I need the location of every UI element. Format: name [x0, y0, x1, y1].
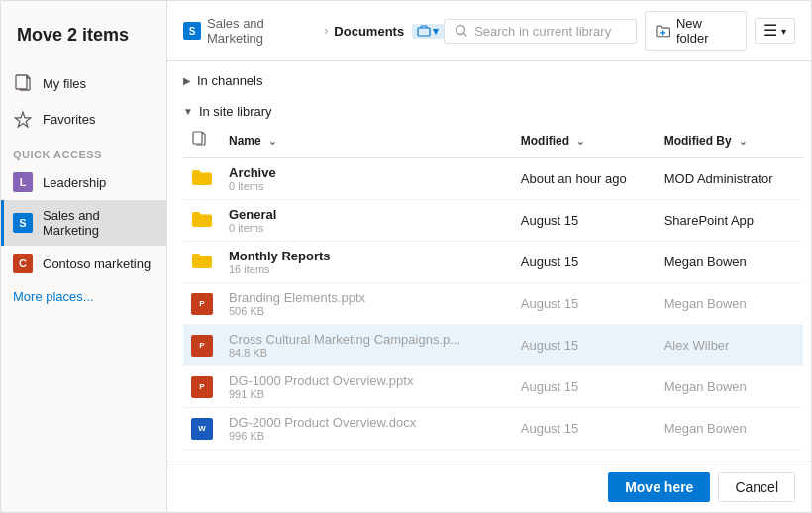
- sidebar-item-my-files[interactable]: My files: [1, 65, 166, 101]
- leadership-icon: L: [13, 172, 33, 192]
- row-icon-cell: P: [183, 366, 221, 408]
- hamburger-icon: ☰: [763, 23, 777, 39]
- row-modified-cell: About an hour ago: [513, 158, 657, 200]
- star-icon: [13, 109, 33, 129]
- row-name-cell: Cross Cultural Marketing Campaigns.p...8…: [221, 325, 513, 366]
- file-name-text: General: [229, 207, 505, 222]
- docx-icon: W: [191, 418, 213, 440]
- row-modified-by-cell: Megan Bowen: [657, 408, 803, 450]
- file-name-text: DG-1000 Product Overview.pptx: [229, 373, 505, 388]
- library-chevron: [183, 106, 193, 117]
- channels-chevron: [183, 75, 191, 86]
- row-icon-cell: [183, 242, 221, 283]
- svg-rect-3: [193, 132, 202, 144]
- sidebar-item-leadership[interactable]: L Leadership: [1, 164, 166, 200]
- in-channels-toggle[interactable]: In channels: [175, 69, 811, 92]
- file-meta-text: 506 KB: [229, 305, 505, 317]
- row-modified-by-cell: Megan Bowen: [657, 242, 803, 283]
- breadcrumb-site[interactable]: S Sales and Marketing: [183, 16, 318, 46]
- more-places-link[interactable]: More places...: [1, 281, 166, 312]
- pptx-icon: P: [191, 376, 213, 398]
- move-here-button[interactable]: Move here: [608, 472, 710, 502]
- table-row[interactable]: PCross Cultural Marketing Campaigns.p...…: [183, 325, 803, 366]
- col-name-header[interactable]: Name ⌄: [221, 123, 513, 158]
- library-icon: [417, 25, 431, 37]
- row-modified-cell: August 15: [513, 283, 657, 325]
- table-row[interactable]: General0 itemsAugust 15SharePoint App: [183, 200, 803, 242]
- search-placeholder: Search in current library: [474, 24, 611, 39]
- file-col-icon: [191, 131, 207, 147]
- file-name-text: Monthly Reports: [229, 249, 505, 263]
- move-dialog: Move 2 items My files Favorites Quick ac…: [0, 0, 812, 513]
- breadcrumb: S Sales and Marketing › Documents ▾: [183, 16, 444, 46]
- table-row[interactable]: PDG-1000 Product Overview.pptx991 KBAugu…: [183, 366, 803, 408]
- row-icon-cell: W: [183, 408, 221, 450]
- main-content: S Sales and Marketing › Documents ▾: [167, 1, 811, 512]
- row-modified-by-cell: MOD Administrator: [657, 158, 803, 200]
- file-area: In channels In site library: [167, 61, 811, 462]
- dropdown-chevron[interactable]: ▾: [433, 25, 439, 38]
- file-meta-text: 991 KB: [229, 388, 505, 400]
- quick-access-label: Quick access: [1, 137, 166, 164]
- sidebar-item-contoso[interactable]: C Contoso marketing: [1, 246, 166, 281]
- row-name-cell: DG-1000 Product Overview.pptx991 KB: [221, 366, 513, 408]
- row-modified-by-cell: SharePoint App: [657, 200, 803, 242]
- new-folder-label: New folder: [676, 16, 736, 46]
- file-icon: [13, 73, 33, 93]
- folder-icon: [191, 252, 213, 269]
- contoso-label: Contoso marketing: [43, 256, 151, 271]
- menu-chevron: ▾: [781, 26, 786, 37]
- table-row[interactable]: Monthly Reports16 itemsAugust 15Megan Bo…: [183, 242, 803, 283]
- file-table-body: Archive0 itemsAbout an hour agoMOD Admin…: [183, 158, 803, 450]
- sales-marketing-label: Sales and Marketing: [43, 208, 154, 238]
- table-row[interactable]: PBranding Elements.pptx506 KBAugust 15Me…: [183, 283, 803, 325]
- table-row[interactable]: Archive0 itemsAbout an hour agoMOD Admin…: [183, 158, 803, 200]
- col-modified-by-header[interactable]: Modified By ⌄: [657, 123, 803, 158]
- file-name-text: Branding Elements.pptx: [229, 290, 505, 305]
- row-name-cell: Monthly Reports16 items: [221, 242, 513, 283]
- header-actions: Search in current library New folder ☰ ▾: [444, 11, 795, 51]
- row-modified-by-cell: Megan Bowen: [657, 283, 803, 325]
- name-sort-icon: ⌄: [268, 136, 276, 147]
- menu-button[interactable]: ☰ ▾: [755, 18, 795, 44]
- leadership-label: Leadership: [43, 175, 106, 190]
- row-name-cell: Archive0 items: [221, 158, 513, 200]
- in-site-library-label: In site library: [199, 104, 272, 119]
- search-box[interactable]: Search in current library: [444, 19, 636, 44]
- in-site-library-section: In site library: [167, 92, 811, 450]
- folder-icon: [191, 210, 213, 228]
- file-meta-text: 0 items: [229, 180, 505, 192]
- sales-icon: S: [13, 213, 33, 233]
- pptx-icon: P: [191, 335, 213, 357]
- breadcrumb-site-name: Sales and Marketing: [207, 16, 318, 46]
- row-name-cell: DG-2000 Product Overview.docx996 KB: [221, 408, 513, 450]
- cancel-button[interactable]: Cancel: [718, 472, 795, 502]
- row-name-cell: Branding Elements.pptx506 KB: [221, 283, 513, 325]
- col-modified-header[interactable]: Modified ⌄: [513, 123, 657, 158]
- file-meta-text: 84.8 KB: [229, 347, 505, 359]
- site-icon: S: [183, 22, 201, 40]
- modified-by-sort-icon: ⌄: [739, 136, 747, 147]
- breadcrumb-current: Documents ▾: [334, 24, 444, 39]
- new-folder-button[interactable]: New folder: [645, 11, 747, 51]
- file-name-text: DG-2000 Product Overview.docx: [229, 415, 505, 430]
- favorites-label: Favorites: [43, 112, 95, 127]
- breadcrumb-separator: ›: [324, 24, 328, 38]
- table-row[interactable]: WDG-2000 Product Overview.docx996 KBAugu…: [183, 408, 803, 450]
- row-name-cell: General0 items: [221, 200, 513, 242]
- in-channels-section: In channels: [167, 61, 811, 92]
- sidebar-item-sales-marketing[interactable]: S Sales and Marketing: [1, 200, 166, 246]
- file-meta-text: 0 items: [229, 222, 505, 234]
- row-modified-cell: August 15: [513, 366, 657, 408]
- row-icon-cell: P: [183, 325, 221, 366]
- file-table-wrap: Name ⌄ Modified ⌄ Modified By ⌄: [175, 123, 811, 450]
- pptx-icon: P: [191, 293, 213, 315]
- footer: Move here Cancel: [167, 462, 811, 512]
- sidebar-item-favorites[interactable]: Favorites: [1, 101, 166, 137]
- svg-rect-0: [16, 75, 27, 89]
- breadcrumb-current-name: Documents: [334, 24, 404, 39]
- in-site-library-toggle[interactable]: In site library: [175, 100, 811, 123]
- header: S Sales and Marketing › Documents ▾: [167, 1, 811, 61]
- file-meta-text: 996 KB: [229, 430, 505, 442]
- svg-rect-1: [418, 28, 430, 36]
